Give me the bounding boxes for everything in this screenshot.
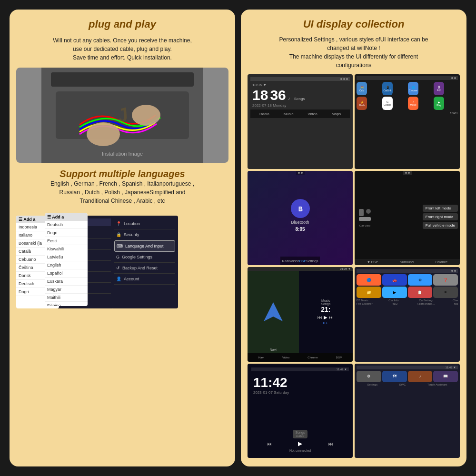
front-right-mode[interactable]: Front right mode [423,213,458,220]
lang-item[interactable]: Euskara [45,278,88,286]
svg-rect-7 [359,217,371,221]
left-panel: plug and play Will not cut any cables. O… [10,10,235,466]
languages-desc: English , German , French , Spanish , It… [16,179,228,205]
big-time-display: 11:42 [253,375,347,390]
screenshot-seat-controls: Car view Front left mode Front right mod… [355,171,460,266]
settings-screenshot: ☰ Add a Indonesia Italiano Bosanski (la … [16,211,228,311]
svg-rect-2 [56,91,189,139]
screenshot-bluetooth: ʙ Bluetooth 8:05 Radio Video DSP Setting… [248,171,353,266]
submenu-language-input[interactable]: ⌨Lanquage And Input [114,240,175,252]
plug-title: plug and play [16,18,228,30]
submenu-google[interactable]: GGoogle Settings [114,252,175,263]
languages-title: Support multiple languages [16,169,228,179]
lang-list-panel-2: ☰ Add a Deutsch Dogri Eesti Kiswahili La… [45,213,88,306]
screenshot-clock-home: 18:36 ▼ 18 36 ♪ Songs 2022-07-18 Monday … [248,74,353,169]
svg-rect-6 [359,209,364,216]
screenshot-apps-home3: 11:42 ▼ ⚙ 🗺 ♪ 📖 SettingsSWCTouch Assista… [355,364,460,458]
car-installation-image: Installation Image J [16,68,228,163]
screenshot-clock-big: 11:42 ▼ 11:42 2023-01-07 Saturday Songs … [248,364,353,458]
right-panel: UI display collection Personalized Setti… [241,10,466,466]
submenu-security[interactable]: 🔒Security [114,229,175,240]
lang-item[interactable]: English [45,261,88,269]
lang-item[interactable]: Kiswahili [45,245,88,253]
lang-item[interactable]: Filipino [45,302,88,306]
ui-screenshots-grid: 18:36 ▼ 18 36 ♪ Songs 2022-07-18 Monday … [248,74,460,458]
ui-collection-desc: Personalized Settings , various styles o… [248,35,460,69]
lang-item[interactable]: Español [45,269,88,278]
svg-rect-1 [51,72,194,87]
submenu-backup[interactable]: ↺Backup And Reset [114,263,175,274]
lang-item[interactable]: Magyar [45,286,88,294]
plug-desc: Will not cut any cables. Once you receiv… [16,36,228,62]
front-left-mode[interactable]: Front left mode [423,205,458,212]
submenu-panel: 📍Location 🔒Security ⌨Lanquage And Input … [111,216,178,308]
lang-item[interactable]: Dogri [45,229,88,237]
submenu-account[interactable]: 👤Account [114,274,175,285]
screenshot-apps-home2: 🔵 🚗 ⚙ ❓ 📁 ▶ 📋 ≡ BT MusicCar InfoCarSetti… [355,267,460,362]
svg-point-4 [132,105,160,126]
main-container: plug and play Will not cut any cables. O… [5,5,471,471]
lang-item[interactable]: Deutsch [45,221,88,229]
svg-text:Installation Image: Installation Image [102,151,143,157]
screenshot-apps-grid: 🧮Calc 📱CarLink 🌐Chrome 🎛EQ ⚡Flash GGoogl… [355,74,460,169]
ui-collection-title: UI display collection [248,18,460,30]
screenshot-nav-music: 21:28 ▼ Navi Music Songs [248,267,353,362]
full-vehicle-mode[interactable]: Full vehicle mode [423,222,458,229]
lang-item[interactable]: Eesti [45,237,88,245]
svg-point-3 [87,122,120,146]
lang-item[interactable]: Maithili [45,294,88,302]
submenu-location[interactable]: 📍Location [114,218,175,229]
languages-section: Support multiple languages English , Ger… [16,169,228,205]
lang-item[interactable]: Latviešu [45,253,88,261]
svg-point-8 [366,209,371,214]
